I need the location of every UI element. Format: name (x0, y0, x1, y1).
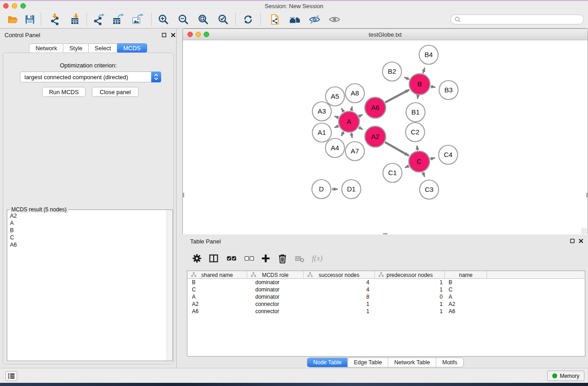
network-window-titlebar[interactable]: testGlobe.txt (183, 29, 588, 40)
column-view-button[interactable] (208, 253, 220, 264)
resize-grip[interactable] (581, 228, 587, 234)
node-B[interactable]: B (409, 74, 430, 95)
table-row-a2[interactable]: A2connector11A2 (187, 300, 585, 308)
node-A7[interactable]: A7 (345, 142, 364, 161)
zoom-selected-button[interactable] (215, 12, 231, 27)
node-A[interactable]: A (339, 111, 359, 132)
result-item-b[interactable]: B (7, 227, 166, 234)
status-bar: Memory (0, 368, 588, 383)
edge-A-A1 (335, 126, 339, 128)
result-item-c[interactable]: C (7, 234, 166, 241)
close-table-panel-icon[interactable] (578, 238, 584, 244)
import-table-button[interactable] (67, 12, 84, 27)
task-history-button[interactable] (5, 371, 17, 381)
function-builder-icon: f(x) (311, 253, 326, 263)
export-network-button[interactable] (91, 12, 107, 27)
save-session-button[interactable] (22, 12, 38, 27)
criterion-dropdown[interactable]: largest connected component (directed) (20, 71, 161, 82)
result-item-a2[interactable]: A2 (7, 212, 166, 219)
column-header-successor-nodes[interactable]: successor nodes (304, 271, 375, 279)
column-header-shared-name[interactable]: shared name (187, 271, 247, 279)
node-B2[interactable]: B2 (382, 62, 402, 81)
float-table-panel-icon[interactable] (570, 238, 575, 244)
delete-row-button[interactable] (277, 253, 288, 264)
node-B4[interactable]: B4 (419, 45, 438, 64)
node-A4[interactable]: A4 (325, 138, 344, 157)
import-table-icon (70, 14, 81, 25)
result-scrollbar[interactable] (167, 210, 172, 361)
select-all-checkboxes-button[interactable] (226, 253, 238, 264)
close-panel-button[interactable]: Close panel (92, 87, 139, 97)
search-input[interactable] (463, 15, 580, 24)
search-box[interactable] (450, 14, 584, 24)
unselect-all-checkboxes-button[interactable] (244, 253, 255, 264)
node-C[interactable]: C (409, 151, 430, 172)
table-row-a6[interactable]: A6connector11A6 (187, 308, 585, 315)
node-A5[interactable]: A5 (325, 87, 344, 106)
edge-B-B1 (417, 95, 418, 99)
node-table: shared nameMCDS rolesuccessor nodesprede… (187, 271, 585, 357)
home-button[interactable] (287, 12, 303, 27)
close-panel-icon[interactable] (171, 33, 176, 38)
tab-node-table[interactable]: Node Table (307, 358, 348, 367)
tab-select[interactable]: Select (89, 43, 117, 53)
float-panel-icon[interactable] (162, 33, 167, 38)
zoom-fit-button[interactable] (195, 12, 211, 27)
svg-text:D: D (319, 185, 324, 193)
table-row-b[interactable]: Bdominator41B (187, 279, 585, 286)
node-A6[interactable]: A6 (365, 97, 386, 118)
node-A8[interactable]: A8 (345, 84, 364, 103)
tab-mcds[interactable]: MCDS (117, 43, 147, 53)
table-cell: 1 (375, 300, 445, 308)
node-A3[interactable]: A3 (312, 102, 331, 121)
tab-style[interactable]: Style (63, 43, 89, 53)
tab-network[interactable]: Network (29, 43, 63, 53)
memory-button[interactable]: Memory (547, 371, 584, 381)
zoom-out-icon (177, 14, 189, 25)
result-item-a6[interactable]: A6 (7, 241, 166, 248)
table-row-c[interactable]: Cdominator41C (187, 286, 585, 293)
table-row-a[interactable]: Adominator80A (187, 293, 585, 300)
node-C2[interactable]: C2 (406, 123, 425, 142)
node-C3[interactable]: C3 (420, 180, 439, 199)
node-D[interactable]: D (312, 180, 331, 199)
node-C1[interactable]: C1 (383, 163, 402, 182)
network-canvas[interactable]: AA1A2A3A4A5A6A7A8BB1B2B3B4CC1C2C3C4DD1 (183, 41, 588, 234)
table-cell: A2 (187, 300, 247, 308)
export-table-button[interactable] (110, 12, 126, 27)
column-header-MCDS-role[interactable]: MCDS role (247, 271, 304, 279)
home-icon (289, 14, 301, 25)
node-B3[interactable]: B3 (439, 81, 458, 100)
node-B1[interactable]: B1 (406, 103, 425, 122)
settings-gear-button[interactable] (191, 253, 203, 264)
import-network-button[interactable] (47, 12, 63, 27)
tab-edge-table[interactable]: Edge Table (348, 358, 388, 367)
network-window-title: testGlobe.txt (183, 31, 588, 38)
node-D1[interactable]: D1 (342, 180, 361, 199)
export-image-button[interactable] (129, 12, 146, 27)
add-row-button[interactable] (260, 253, 272, 264)
node-C4[interactable]: C4 (439, 145, 458, 164)
run-mcds-button[interactable]: Run MCDS (42, 87, 86, 97)
refresh-layout-button[interactable] (240, 12, 256, 27)
column-header-predecessor-nodes[interactable]: predecessor nodes (375, 271, 445, 279)
refresh-layout-icon (242, 14, 254, 25)
table-cell: 4 (304, 279, 375, 286)
open-session-button[interactable] (5, 12, 21, 27)
hide-eye-button[interactable] (306, 12, 323, 27)
show-eye-button[interactable] (326, 12, 343, 27)
result-item-a[interactable]: A (7, 219, 166, 227)
tab-motifs[interactable]: Motifs (436, 358, 463, 367)
svg-text:B3: B3 (445, 86, 453, 94)
node-A1[interactable]: A1 (312, 123, 331, 142)
node-A2[interactable]: A2 (365, 126, 386, 147)
open-session-icon (7, 14, 19, 25)
column-header-name[interactable]: name (445, 271, 487, 279)
network-document-button[interactable] (267, 12, 283, 27)
edge-C-C4 (430, 158, 435, 159)
network-view-window: testGlobe.txt AA1A2A3A4A5A6A7A8BB1B2B3B4… (182, 29, 588, 234)
criterion-dropdown-value: largest connected component (directed) (20, 74, 151, 81)
zoom-in-button[interactable] (155, 12, 172, 27)
tab-network-table[interactable]: Network Table (388, 358, 436, 367)
zoom-out-button[interactable] (175, 12, 191, 27)
